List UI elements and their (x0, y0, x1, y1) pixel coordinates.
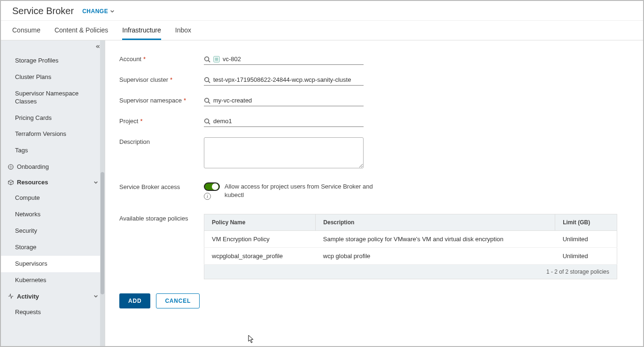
sidebar-item-security[interactable]: Security (1, 223, 105, 239)
description-label: Description (119, 137, 204, 168)
tab-content-policies[interactable]: Content & Policies (54, 21, 108, 40)
cluster-label: Supervisor cluster* (119, 75, 204, 86)
account-input[interactable] (223, 55, 364, 63)
namespace-label: Supervisor namespace* (119, 96, 204, 106)
sidebar-resources-label: Resources (17, 179, 48, 186)
change-link[interactable]: CHANGE (82, 8, 115, 15)
svg-rect-3 (215, 57, 218, 61)
sidebar-item-storage-profiles[interactable]: Storage Profiles (1, 53, 105, 69)
svg-point-1 (205, 56, 209, 61)
main-tabs: Consume Content & Policies Infrastructur… (1, 21, 643, 40)
svg-point-5 (205, 98, 209, 102)
cell-limit: Unlimited (555, 248, 617, 265)
description-textarea[interactable] (204, 137, 364, 168)
cell-policy-name: VM Encryption Policy (204, 231, 316, 248)
col-limit[interactable]: Limit (GB) (555, 214, 617, 231)
sidebar-item-tags[interactable]: Tags (1, 142, 105, 159)
sidebar-header-onboarding[interactable]: Onboarding (1, 159, 105, 174)
namespace-input[interactable] (213, 97, 364, 104)
cell-description: wcp global profile (316, 248, 555, 265)
sidebar-item-pricing-cards[interactable]: Pricing Cards (1, 110, 105, 126)
project-label: Project* (119, 117, 204, 127)
main-content: Account* Supervisor cluster* Supervisor … (105, 40, 643, 347)
table-row[interactable]: VM Encryption Policy Sample storage poli… (204, 231, 617, 248)
sidebar-item-storage[interactable]: Storage (1, 239, 105, 256)
svg-point-4 (205, 77, 209, 81)
sidebar: Storage Profiles Cluster Plans Superviso… (1, 40, 105, 347)
sidebar-item-kubernetes[interactable]: Kubernetes (1, 272, 105, 289)
tab-consume[interactable]: Consume (12, 21, 40, 40)
info-icon[interactable]: i (204, 193, 211, 200)
sidebar-collapse-button[interactable] (1, 40, 105, 53)
search-icon (204, 77, 210, 83)
sidebar-header-resources[interactable]: Resources (1, 174, 105, 190)
vcenter-icon (213, 56, 220, 63)
sidebar-activity-label: Activity (17, 293, 39, 300)
table-row[interactable]: wcpglobal_storage_profile wcp global pro… (204, 248, 617, 265)
mouse-cursor (248, 335, 256, 344)
project-input[interactable] (213, 118, 364, 125)
search-icon (204, 97, 210, 104)
search-icon (204, 118, 210, 125)
tab-infrastructure[interactable]: Infrastructure (122, 21, 161, 40)
onboarding-icon (8, 164, 14, 170)
access-toggle[interactable] (204, 182, 220, 191)
cell-description: Sample storage policy for VMware's VM an… (316, 231, 555, 248)
app-title: Service Broker (12, 6, 74, 16)
svg-point-6 (205, 118, 209, 123)
col-policy-name[interactable]: Policy Name (204, 214, 316, 231)
search-icon (204, 56, 210, 63)
sidebar-scroll-thumb[interactable] (101, 172, 104, 294)
tab-inbox[interactable]: Inbox (175, 21, 191, 40)
sidebar-header-activity[interactable]: Activity (1, 289, 105, 304)
chevron-down-icon (110, 9, 115, 14)
col-description[interactable]: Description (316, 214, 555, 231)
namespace-input-wrap[interactable] (204, 96, 364, 106)
sidebar-item-requests[interactable]: Requests (1, 304, 105, 321)
resources-icon (8, 179, 14, 186)
sidebar-item-supervisor-namespace-classes[interactable]: Supervisor Namespace Classes (1, 86, 105, 110)
access-text: Allow access for project users from Serv… (225, 182, 394, 199)
sidebar-item-compute[interactable]: Compute (1, 190, 105, 206)
sidebar-item-terraform-versions[interactable]: Terraform Versions (1, 126, 105, 142)
cluster-input[interactable] (213, 76, 364, 83)
account-label: Account* (119, 55, 204, 65)
project-input-wrap[interactable] (204, 117, 364, 127)
sidebar-onboarding-label: Onboarding (17, 163, 49, 170)
cancel-button[interactable]: CANCEL (156, 293, 200, 308)
add-button[interactable]: ADD (119, 293, 150, 308)
cell-policy-name: wcpglobal_storage_profile (204, 248, 316, 265)
policies-table: Policy Name Description Limit (GB) VM En… (204, 214, 617, 265)
double-chevron-left-icon (95, 44, 100, 49)
app-header: Service Broker CHANGE (1, 1, 643, 21)
chevron-down-icon (93, 180, 98, 185)
sidebar-scrollbar[interactable] (100, 40, 105, 347)
chevron-down-icon (93, 294, 98, 299)
cluster-input-wrap[interactable] (204, 75, 364, 86)
sidebar-item-cluster-plans[interactable]: Cluster Plans (1, 69, 105, 86)
form-actions: ADD CANCEL (119, 293, 629, 308)
cell-limit: Unlimited (555, 231, 617, 248)
account-input-wrap[interactable] (204, 55, 364, 65)
change-label: CHANGE (82, 8, 108, 15)
policies-label: Available storage policies (119, 214, 204, 279)
sidebar-item-supervisors[interactable]: Supervisors (1, 256, 105, 272)
sidebar-item-networks[interactable]: Networks (1, 206, 105, 223)
table-footer: 1 - 2 of 2 storage policies (204, 265, 617, 279)
activity-icon (8, 293, 14, 300)
access-label: Service Broker access (119, 182, 204, 200)
